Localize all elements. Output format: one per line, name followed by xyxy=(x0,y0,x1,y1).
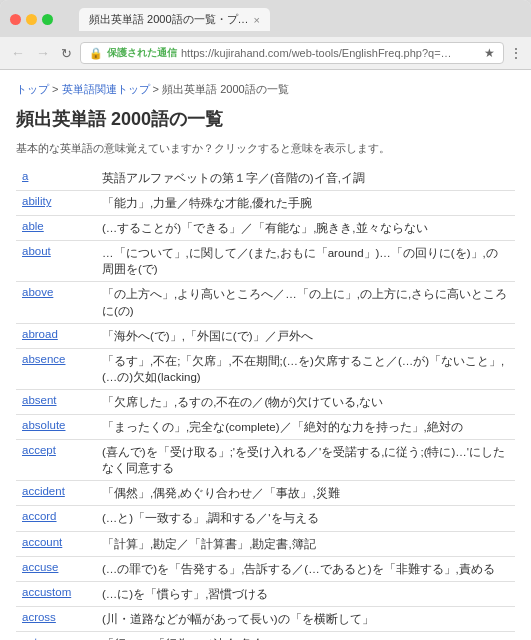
active-tab[interactable]: 頻出英単語 2000語の一覧・プ… × xyxy=(79,8,270,31)
forward-button[interactable]: → xyxy=(33,43,53,63)
word-link[interactable]: act xyxy=(22,636,37,640)
word-meaning: 「欠席した」,るすの,不在の／(物が)欠けている,ない xyxy=(96,389,515,414)
table-row: able(…することが)「できる」／「有能な」,腕きき,並々ならない xyxy=(16,216,515,241)
page-content: トップ > 英単語関連トップ > 頻出英単語 2000語の一覧 頻出英単語 20… xyxy=(0,70,531,640)
word-link[interactable]: accuse xyxy=(22,561,58,573)
word-meaning: 「まったくの」,完全な(complete)／「絶対的な力を持った」,絶対の xyxy=(96,415,515,440)
word-link[interactable]: accustom xyxy=(22,586,71,598)
close-button[interactable] xyxy=(10,14,21,25)
table-row: abroad「海外へ(で)」,「外国に(で)」／戸外へ xyxy=(16,323,515,348)
page-title: 頻出英単語 2000語の一覧 xyxy=(16,107,515,131)
word-meaning: 「行い」,「行為」／法令,条令 xyxy=(96,631,515,640)
word-meaning: (…に)を「慣らす」,習慣づける xyxy=(96,581,515,606)
word-link[interactable]: absence xyxy=(22,353,65,365)
table-row: across(川・道路などが幅があって長い)の「を横断して」 xyxy=(16,606,515,631)
back-button[interactable]: ← xyxy=(8,43,28,63)
maximize-button[interactable] xyxy=(42,14,53,25)
browser-window: 頻出英単語 2000語の一覧・プ… × ← → ↻ 🔒 保護された通信 http… xyxy=(0,0,531,640)
word-meaning: 「海外へ(で)」,「外国に(で)」／戸外へ xyxy=(96,323,515,348)
word-link[interactable]: accord xyxy=(22,510,57,522)
tab-bar: 頻出英単語 2000語の一覧・プ… × xyxy=(79,8,270,31)
minimize-button[interactable] xyxy=(26,14,37,25)
table-row: absence「るす」,不在;「欠席」,不在期間;(…を)欠席すること／(…が)… xyxy=(16,348,515,389)
page-description: 基本的な英単語の意味覚えていますか？クリックすると意味を表示します。 xyxy=(16,141,515,156)
lock-icon: 🔒 xyxy=(89,47,103,60)
bookmark-icon[interactable]: ★ xyxy=(484,46,495,60)
table-row: act「行い」,「行為」／法令,条令 xyxy=(16,631,515,640)
word-link[interactable]: accident xyxy=(22,485,65,497)
word-link[interactable]: able xyxy=(22,220,44,232)
table-row: absolute「まったくの」,完全な(complete)／「絶対的な力を持った… xyxy=(16,415,515,440)
word-link[interactable]: accept xyxy=(22,444,56,456)
word-meaning: 「能力」,力量／特殊な才能,優れた手腕 xyxy=(96,191,515,216)
word-meaning: 英語アルファベットの第１字／(音階の)イ音,イ調 xyxy=(96,166,515,191)
address-url: https://kujirahand.com/web-tools/English… xyxy=(181,47,480,59)
breadcrumb: トップ > 英単語関連トップ > 頻出英単語 2000語の一覧 xyxy=(16,82,515,97)
word-meaning: …「について」,に関して／(また,おもに「around」)…「の回りに(を)」,… xyxy=(96,241,515,282)
breadcrumb-home[interactable]: トップ xyxy=(16,83,49,95)
table-row: above「の上方へ」,より高いところへ／…「の上に」,の上方に,さらに高いとこ… xyxy=(16,282,515,323)
word-meaning: (喜んで)を「受け取る」;'を受け入れる／'を受諾する,に従う;(特に)…'にし… xyxy=(96,440,515,481)
table-row: accident「偶然」,偶発,めぐり合わせ／「事故」,災難 xyxy=(16,481,515,506)
table-row: about…「について」,に関して／(また,おもに「around」)…「の回りに… xyxy=(16,241,515,282)
word-link[interactable]: a xyxy=(22,170,28,182)
word-link[interactable]: about xyxy=(22,245,51,257)
word-link[interactable]: absent xyxy=(22,394,57,406)
reload-button[interactable]: ↻ xyxy=(58,44,75,63)
secure-label: 保護された通信 xyxy=(107,46,177,60)
word-meaning: 「るす」,不在;「欠席」,不在期間;(…を)欠席すること／(…が)「ないこと」,… xyxy=(96,348,515,389)
word-meaning: (…の罪で)を「告発する」,告訴する／(…であると)を「非難する」,責める xyxy=(96,556,515,581)
table-row: accept(喜んで)を「受け取る」;'を受け入れる／'を受諾する,に従う;(特… xyxy=(16,440,515,481)
tab-close-button[interactable]: × xyxy=(254,14,260,26)
address-bar: ← → ↻ 🔒 保護された通信 https://kujirahand.com/w… xyxy=(0,37,531,70)
table-row: accuse(…の罪で)を「告発する」,告訴する／(…であると)を「非難する」,… xyxy=(16,556,515,581)
word-meaning: (川・道路などが幅があって長い)の「を横断して」 xyxy=(96,606,515,631)
traffic-lights xyxy=(10,14,53,25)
breadcrumb-category[interactable]: 英単語関連トップ xyxy=(62,83,150,95)
word-meaning: (…と)「一致する」,調和する／'を与える xyxy=(96,506,515,531)
table-row: accord(…と)「一致する」,調和する／'を与える xyxy=(16,506,515,531)
address-field[interactable]: 🔒 保護された通信 https://kujirahand.com/web-too… xyxy=(80,42,504,64)
word-link[interactable]: abroad xyxy=(22,328,58,340)
tab-title: 頻出英単語 2000語の一覧・プ… xyxy=(89,12,249,27)
word-link[interactable]: above xyxy=(22,286,53,298)
word-meaning: 「偶然」,偶発,めぐり合わせ／「事故」,災難 xyxy=(96,481,515,506)
word-meaning: 「の上方へ」,より高いところへ／…「の上に」,の上方に,さらに高いところに(の) xyxy=(96,282,515,323)
breadcrumb-current: 頻出英単語 2000語の一覧 xyxy=(162,83,289,95)
table-row: ability「能力」,力量／特殊な才能,優れた手腕 xyxy=(16,191,515,216)
word-table: a英語アルファベットの第１字／(音階の)イ音,イ調ability「能力」,力量／… xyxy=(16,166,515,640)
word-link[interactable]: absolute xyxy=(22,419,65,431)
word-link[interactable]: ability xyxy=(22,195,51,207)
table-row: absent「欠席した」,るすの,不在の／(物が)欠けている,ない xyxy=(16,389,515,414)
table-row: accustom(…に)を「慣らす」,習慣づける xyxy=(16,581,515,606)
table-row: a英語アルファベットの第１字／(音階の)イ音,イ調 xyxy=(16,166,515,191)
title-bar: 頻出英単語 2000語の一覧・プ… × xyxy=(0,0,531,37)
word-meaning: 「計算」,勘定／「計算書」,勘定書,簿記 xyxy=(96,531,515,556)
word-link[interactable]: across xyxy=(22,611,56,623)
word-meaning: (…することが)「できる」／「有能な」,腕きき,並々ならない xyxy=(96,216,515,241)
table-row: account「計算」,勘定／「計算書」,勘定書,簿記 xyxy=(16,531,515,556)
word-link[interactable]: account xyxy=(22,536,62,548)
menu-button[interactable]: ⋮ xyxy=(509,45,523,61)
